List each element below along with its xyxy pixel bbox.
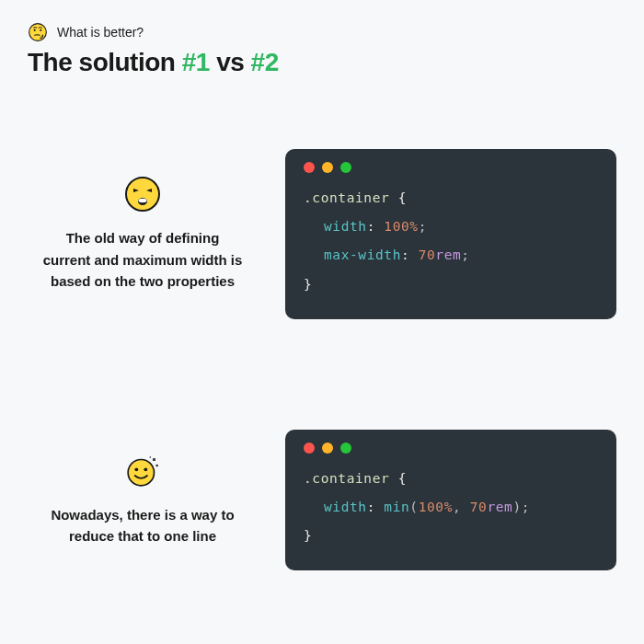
- solution-2-description: Nowadays, there is a way to reduce that …: [41, 504, 244, 547]
- code-block-1: .container { width: 100%; max-width: 70r…: [285, 149, 616, 319]
- title-vs: vs: [210, 48, 251, 76]
- svg-point-6: [128, 460, 154, 486]
- minimize-dot-icon: [322, 443, 333, 454]
- solution-row-2: Nowadays, there is a way to reduce that …: [28, 430, 616, 571]
- solution-2-text: Nowadays, there is a way to reduce that …: [28, 430, 258, 571]
- svg-point-3: [126, 178, 159, 211]
- code-block-2: .container { width: min(100%, 70rem); }: [285, 430, 616, 571]
- solution-1-text: The old way of defining current and maxi…: [28, 149, 258, 319]
- title-hash-2: #2: [251, 48, 279, 76]
- svg-point-8: [144, 468, 147, 472]
- solution-row-1: The old way of defining current and maxi…: [28, 149, 616, 319]
- close-dot-icon: [304, 443, 315, 454]
- header-subtitle: What is better?: [57, 25, 144, 40]
- svg-point-9: [150, 456, 152, 458]
- svg-point-0: [29, 24, 47, 41]
- page-title: The solution #1 vs #2: [28, 48, 616, 77]
- window-controls: [304, 443, 598, 454]
- svg-point-5: [139, 199, 147, 202]
- svg-point-2: [40, 29, 41, 31]
- title-prefix: The solution: [28, 48, 182, 76]
- zoom-dot-icon: [340, 443, 351, 454]
- window-controls: [304, 162, 598, 173]
- comparison-rows: The old way of defining current and maxi…: [28, 149, 616, 570]
- minimize-dot-icon: [322, 162, 333, 173]
- title-hash-1: #1: [182, 48, 210, 76]
- zoom-dot-icon: [340, 162, 351, 173]
- happy-face-icon: [124, 453, 161, 489]
- close-dot-icon: [304, 162, 315, 173]
- page-header: What is better?: [28, 22, 616, 42]
- svg-point-1: [34, 29, 36, 31]
- solution-1-description: The old way of defining current and maxi…: [41, 227, 244, 292]
- code-content-1: .container { width: 100%; max-width: 70r…: [304, 184, 598, 299]
- frustrated-face-icon: [124, 176, 161, 213]
- thinking-face-icon: [28, 22, 48, 42]
- svg-point-7: [134, 468, 138, 472]
- code-content-2: .container { width: min(100%, 70rem); }: [304, 465, 598, 551]
